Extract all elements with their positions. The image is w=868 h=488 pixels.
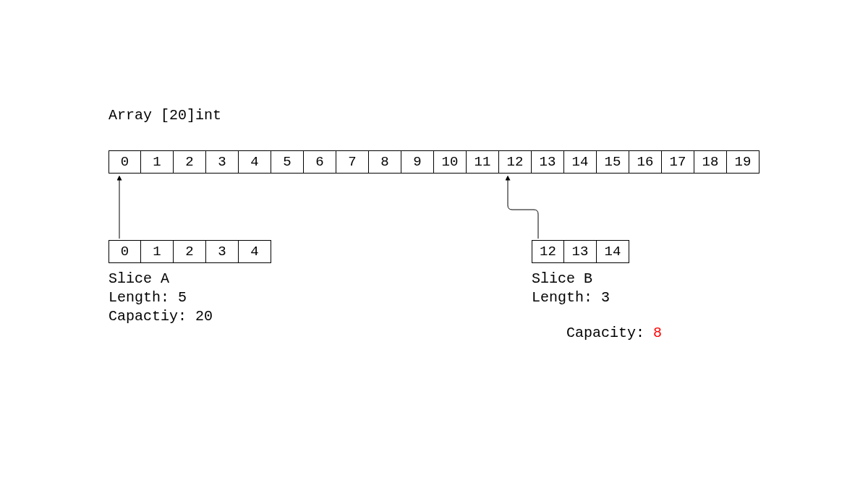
slice-b-cell: 13 [564,240,597,263]
array-cell: 18 [694,150,727,174]
array-cell: 12 [499,150,532,174]
slice-a-cell: 0 [109,240,141,263]
array-cell: 14 [564,150,597,174]
array-cell: 2 [174,150,206,174]
slice-b-length: Length: 3 [532,289,610,306]
slice-a-cell: 3 [206,240,239,263]
slice-b-cell: 12 [532,240,564,263]
slice-a-capacity: Capactiy: 20 [109,308,213,325]
slice-a-length: Length: 5 [109,289,187,306]
slice-a-cell: 2 [174,240,206,263]
array-title: Array [20]int [109,107,221,124]
array-cell: 7 [336,150,369,174]
array-cell: 13 [532,150,564,174]
array-cell: 1 [141,150,174,174]
array-cell: 17 [662,150,694,174]
slice-a-cell: 1 [141,240,174,263]
slice-b-name: Slice B [532,270,592,287]
array-cell: 10 [434,150,467,174]
array-cell: 19 [727,150,760,174]
slice-a-name: Slice A [109,270,169,287]
slice-a-row: 0 1 2 3 4 [109,240,271,263]
slice-b-capacity-value: 8 [653,325,662,341]
array-cell: 3 [206,150,239,174]
slice-b-cell: 14 [597,240,629,263]
slice-b-pointer-arrow [508,176,538,239]
array-cell: 6 [304,150,336,174]
diagram-stage: Array [20]int 0 1 2 3 4 5 6 7 8 9 10 11 … [0,0,868,488]
array-cell: 16 [629,150,662,174]
array-cell: 0 [109,150,141,174]
array-row: 0 1 2 3 4 5 6 7 8 9 10 11 12 13 14 15 16… [109,150,760,174]
array-cell: 5 [271,150,304,174]
array-cell: 15 [597,150,629,174]
slice-b-capacity-prefix: Capacity: [566,325,653,341]
array-cell: 8 [369,150,401,174]
array-cell: 9 [401,150,434,174]
array-cell: 4 [239,150,271,174]
array-cell: 11 [467,150,499,174]
slice-b-capacity: Capacity: 8 [532,308,662,358]
slice-a-cell: 4 [239,240,271,263]
slice-b-row: 12 13 14 [532,240,629,263]
